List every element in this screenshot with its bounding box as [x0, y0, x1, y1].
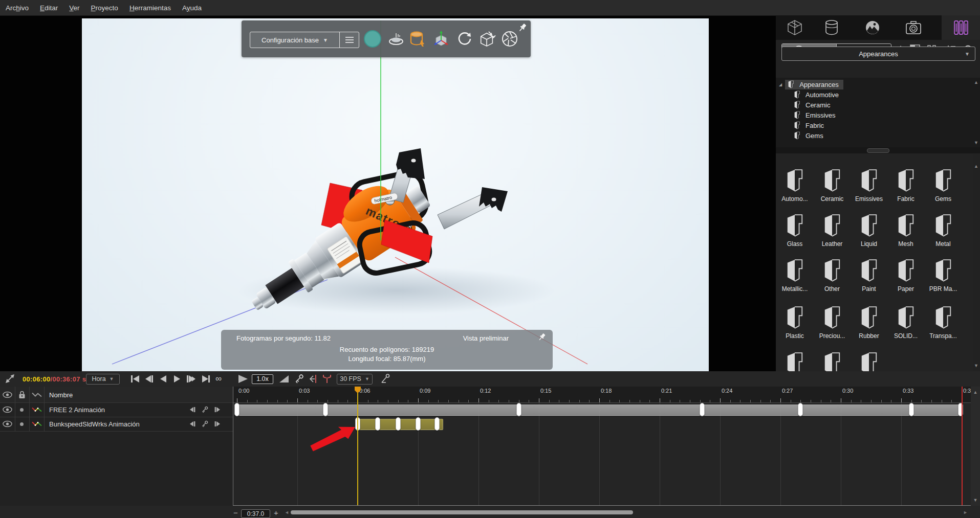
keyframe[interactable] [234, 403, 239, 416]
scroll-up-icon[interactable]: ▲ [974, 164, 978, 169]
ramp-button[interactable] [278, 371, 290, 387]
playback-speed-input[interactable]: 1.0x [252, 374, 273, 384]
keyframe[interactable] [700, 403, 705, 416]
folder-other[interactable]: Other [814, 259, 851, 292]
tree-item-gems[interactable]: Gems [791, 130, 828, 141]
tab-library[interactable] [942, 15, 980, 40]
tab-models[interactable] [776, 15, 813, 40]
add-keyframe-button[interactable] [293, 371, 304, 387]
tree-item-emissives[interactable]: Emissives [791, 110, 840, 120]
overlay-pin-button[interactable] [537, 332, 547, 342]
fit-scene-button[interactable] [478, 30, 496, 48]
folder-liquid[interactable]: Liquid [851, 214, 887, 247]
menu-ayuda[interactable]: Ayuda [177, 4, 207, 12]
collapse-timeline-button[interactable] [4, 371, 15, 387]
paint-bucket-button[interactable] [409, 30, 426, 48]
track-visibility-toggle[interactable] [3, 407, 12, 413]
keyframe[interactable] [909, 403, 914, 416]
prev-keyframe-button[interactable] [188, 407, 196, 413]
folder-solid[interactable]: SOLID... [887, 306, 924, 340]
folder-transpa[interactable]: Transpa... [925, 306, 962, 340]
keyframe[interactable] [798, 403, 803, 416]
skip-end-button[interactable] [201, 371, 211, 387]
keyframe[interactable] [396, 417, 401, 431]
timeline-scrollbar-thumb[interactable] [291, 510, 633, 514]
track-bar-0[interactable] [237, 404, 963, 416]
trim-button[interactable] [322, 371, 332, 387]
track-row-0[interactable]: FREE 2 Animación [0, 402, 233, 417]
tab-cameras[interactable] [895, 15, 932, 40]
fps-dropdown[interactable]: 30 FPS▼ [337, 374, 373, 385]
tree-expander-icon[interactable]: ◢ [779, 82, 782, 87]
tree-item-root[interactable]: ◢ Appearances [779, 79, 843, 89]
next-keyframe-button[interactable] [214, 421, 222, 427]
menu-proyecto[interactable]: Proyecto [85, 4, 124, 12]
move-key-button[interactable] [308, 371, 318, 387]
folder-partial[interactable] [814, 352, 851, 371]
playhead-line[interactable] [357, 392, 358, 505]
timeline-end-input[interactable]: 0:37.0 [241, 509, 270, 518]
scroll-down-icon[interactable]: ▼ [971, 498, 980, 503]
scroll-down-icon[interactable]: ▼ [974, 363, 978, 368]
scroll-right-icon[interactable]: ► [963, 507, 968, 518]
folder-automo[interactable]: Automo... [776, 169, 813, 202]
zoom-in-button[interactable]: + [274, 507, 278, 518]
track-lock-dot[interactable] [20, 422, 24, 426]
skip-start-button[interactable] [129, 371, 141, 387]
viewport-3d[interactable]: matro ® holmatro Confi [82, 18, 709, 371]
folder-plastic[interactable]: Plastic [776, 306, 813, 340]
add-keyframe-button[interactable] [201, 420, 209, 428]
tab-environments[interactable] [854, 15, 891, 40]
tree-item-automotive[interactable]: Automotive [791, 89, 843, 100]
folder-glass[interactable]: Glass [776, 214, 813, 247]
folder-fabric[interactable]: Fabric [887, 169, 924, 202]
keyframe[interactable] [516, 403, 521, 416]
splitter-grip[interactable] [867, 148, 889, 153]
menu-herramientas[interactable]: Herramientas [124, 4, 177, 12]
track-visibility-toggle[interactable] [3, 421, 12, 427]
camera-aperture-button[interactable] [501, 30, 518, 48]
frame-forward-button[interactable] [185, 371, 197, 387]
scroll-down-icon[interactable]: ▼ [974, 140, 978, 145]
folder-pbr-ma[interactable]: PBR Ma... [925, 259, 962, 292]
tab-appearances[interactable] [813, 15, 850, 40]
folder-emissives[interactable]: Emissives [851, 169, 887, 202]
folder-paper[interactable]: Paper [887, 259, 924, 292]
folder-metal[interactable]: Metal [925, 214, 962, 247]
scroll-left-icon[interactable]: ◄ [285, 507, 289, 518]
play-button[interactable] [172, 371, 182, 387]
folder-partial[interactable] [776, 352, 813, 371]
prev-keyframe-button[interactable] [188, 421, 196, 427]
frame-back-button[interactable] [144, 371, 155, 387]
menu-ver[interactable]: Ver [63, 4, 85, 12]
time-unit-dropdown[interactable]: Hora▼ [86, 374, 120, 385]
folder-partial[interactable] [851, 352, 887, 371]
toolbar-pin-button[interactable] [517, 22, 528, 33]
move-axes-button[interactable] [432, 30, 450, 48]
folder-ceramic[interactable]: Ceramic [814, 169, 851, 202]
menu-editar[interactable]: Editar [34, 4, 63, 12]
menu-archivo[interactable]: Archivo [0, 4, 34, 12]
track-row-1[interactable]: BunkspeedSldWrks Animación [0, 417, 233, 431]
rotate-view-button[interactable] [456, 30, 473, 48]
keyframe[interactable] [375, 417, 380, 431]
scroll-up-icon[interactable]: ▲ [974, 80, 978, 85]
next-keyframe-button[interactable] [214, 407, 222, 413]
panel-splitter[interactable] [776, 147, 980, 153]
folder-leather[interactable]: Leather [814, 214, 851, 247]
scroll-up-icon[interactable]: ▲ [971, 390, 980, 395]
render-mode-circle-icon[interactable] [364, 30, 381, 48]
folder-paint[interactable]: Paint [851, 259, 887, 292]
turntable-button[interactable] [387, 30, 405, 48]
loop-button[interactable]: ∞ [215, 371, 222, 387]
flag-button[interactable] [237, 371, 249, 387]
folder-gems[interactable]: Gems [925, 169, 962, 202]
folder-metallic[interactable]: Metallic... [776, 259, 813, 292]
play-reverse-button[interactable] [159, 371, 168, 387]
keyframe[interactable] [416, 417, 421, 431]
tree-item-ceramic[interactable]: Ceramic [791, 100, 835, 110]
folder-rubber[interactable]: Rubber [851, 306, 887, 340]
render-preset-dropdown[interactable]: Configuración base ▼ [250, 32, 339, 48]
zoom-out-button[interactable]: − [233, 507, 238, 518]
folder-mesh[interactable]: Mesh [887, 214, 924, 247]
